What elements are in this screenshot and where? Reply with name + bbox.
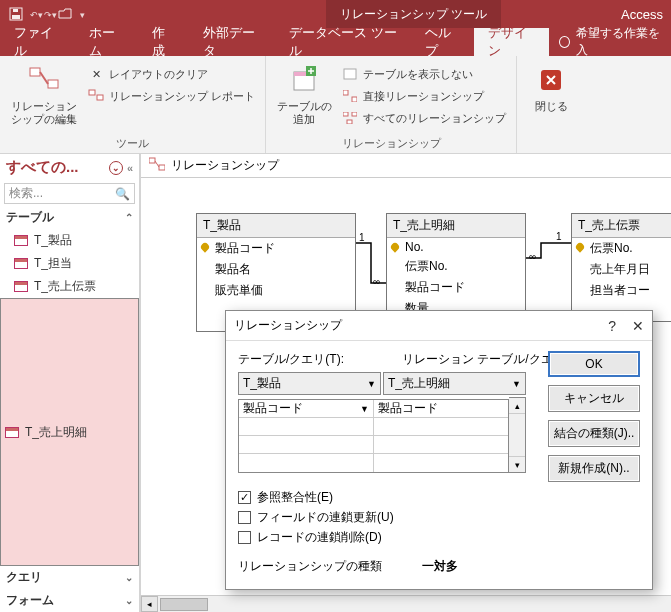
svg-rect-13 xyxy=(343,112,348,116)
right-field-cell[interactable]: 製品コード xyxy=(374,400,508,417)
redo-icon[interactable]: ↷▾ xyxy=(44,10,52,18)
empty-cell[interactable] xyxy=(374,454,508,472)
grid-scrollbar[interactable]: ▴ ▾ xyxy=(509,397,526,473)
dialog-titlebar[interactable]: リレーションシップ ? ✕ xyxy=(226,311,652,341)
scroll-left-icon[interactable]: ◂ xyxy=(141,596,158,612)
all-rel-button[interactable]: すべてのリレーションシップ xyxy=(342,108,506,128)
svg-text:∞: ∞ xyxy=(373,276,380,287)
svg-rect-12 xyxy=(352,97,357,102)
svg-rect-10 xyxy=(344,69,356,79)
join-type-button[interactable]: 結合の種類(J).. xyxy=(548,420,640,447)
tab-external[interactable]: 外部データ xyxy=(189,28,275,56)
bulb-icon xyxy=(559,36,570,48)
twisty-icon: ⌃ xyxy=(125,212,133,223)
chevron-down-icon: ▼ xyxy=(367,379,376,389)
hide-table-icon xyxy=(342,66,358,82)
search-input[interactable]: 検索... 🔍 xyxy=(4,183,135,204)
empty-cell[interactable] xyxy=(374,436,508,453)
nav-section-forms[interactable]: フォーム⌄ xyxy=(0,589,139,612)
horizontal-scrollbar[interactable]: ◂ xyxy=(141,595,671,612)
tab-help[interactable]: ヘルプ xyxy=(411,28,474,56)
nav-dropdown-icon[interactable]: ⌄ xyxy=(109,161,123,175)
save-icon[interactable] xyxy=(8,6,24,22)
group-rel-label: リレーションシップ xyxy=(276,134,506,151)
hide-table-button[interactable]: テーブルを表示しない xyxy=(342,64,506,84)
scroll-down-icon[interactable]: ▾ xyxy=(509,456,525,472)
left-table-value: T_製品 xyxy=(243,375,281,392)
empty-cell[interactable] xyxy=(239,454,374,472)
checkbox-icon xyxy=(238,511,251,524)
entity-sales-detail[interactable]: T_売上明細 No. 伝票No. 製品コード 数量 xyxy=(386,213,526,320)
entity-field[interactable]: 製品名 xyxy=(197,259,355,280)
edit-relationships-button[interactable]: リレーションシップの編集 xyxy=(10,60,78,134)
edit-rel-icon xyxy=(28,64,60,96)
right-table-select[interactable]: T_売上明細▼ xyxy=(383,372,526,395)
tab-create[interactable]: 作成 xyxy=(138,28,189,56)
entity-field[interactable]: 担当者コー xyxy=(572,280,671,301)
ok-button[interactable]: OK xyxy=(548,351,640,377)
entity-field[interactable]: 販売単価 xyxy=(197,280,355,301)
entity-field[interactable]: 製品コード xyxy=(197,238,355,259)
nav-item-detail[interactable]: T_売上明細 xyxy=(0,298,139,566)
checkbox-label: フィールドの連鎖更新(U) xyxy=(257,509,394,526)
twisty-icon: ⌄ xyxy=(125,595,133,606)
table-icon xyxy=(14,258,28,269)
empty-cell[interactable] xyxy=(239,418,374,435)
add-tables-button[interactable]: テーブルの追加 xyxy=(276,60,332,134)
tab-design[interactable]: デザイン xyxy=(474,28,549,56)
referential-integrity-checkbox[interactable]: ✓参照整合性(E) xyxy=(238,489,640,506)
nav-section-queries[interactable]: クエリ⌄ xyxy=(0,566,139,589)
empty-cell[interactable] xyxy=(239,436,374,453)
entity-title: T_製品 xyxy=(197,214,355,238)
direct-rel-button[interactable]: 直接リレーションシップ xyxy=(342,86,506,106)
entity-sales-voucher[interactable]: T_売上伝票 伝票No. 売上年月日 担当者コー xyxy=(571,213,671,322)
close-icon[interactable]: ✕ xyxy=(632,318,644,334)
group-tools-label: ツール xyxy=(10,134,255,151)
entity-field[interactable]: 伝票No. xyxy=(387,256,525,277)
scroll-thumb[interactable] xyxy=(160,598,208,611)
svg-rect-18 xyxy=(159,165,165,170)
help-icon[interactable]: ? xyxy=(608,318,616,334)
tell-me[interactable]: 希望する作業を入 xyxy=(549,28,671,56)
close-button[interactable]: 閉じる xyxy=(527,60,575,149)
nav-section-forms-label: フォーム xyxy=(6,592,54,609)
tab-dbtools[interactable]: データベース ツール xyxy=(275,28,411,56)
open-icon[interactable] xyxy=(58,6,74,22)
rel-report-button[interactable]: リレーションシップ レポート xyxy=(88,86,255,106)
entity-field[interactable]: 製品コード xyxy=(387,277,525,298)
document-tab[interactable]: リレーションシップ xyxy=(141,154,671,178)
cascade-delete-checkbox[interactable]: レコードの連鎖削除(D) xyxy=(238,529,640,546)
undo-icon[interactable]: ↶▾ xyxy=(30,10,38,18)
nav-item-voucher[interactable]: T_売上伝票 xyxy=(0,275,139,298)
nav-item-staff[interactable]: T_担当 xyxy=(0,252,139,275)
table-icon xyxy=(14,281,28,292)
scroll-up-icon[interactable]: ▴ xyxy=(509,398,525,414)
qat-more-icon[interactable]: ▾ xyxy=(80,10,88,18)
tab-file[interactable]: ファイル xyxy=(0,28,75,56)
entity-field[interactable]: 売上年月日 xyxy=(572,259,671,280)
checkbox-icon: ✓ xyxy=(238,491,251,504)
empty-cell[interactable] xyxy=(374,418,508,435)
tab-home[interactable]: ホーム xyxy=(75,28,138,56)
left-table-select[interactable]: T_製品▼ xyxy=(238,372,381,395)
clear-layout-label: レイアウトのクリア xyxy=(109,67,208,82)
table-query-label: テーブル/クエリ(T): xyxy=(238,351,344,368)
field-grid[interactable]: 製品コード▼ 製品コード xyxy=(238,399,509,473)
svg-rect-6 xyxy=(97,95,103,100)
nav-section-tables[interactable]: テーブル ⌃ xyxy=(0,206,139,229)
all-rel-icon xyxy=(342,110,358,126)
nav-section-queries-label: クエリ xyxy=(6,569,42,586)
cancel-button[interactable]: キャンセル xyxy=(548,385,640,412)
clear-layout-button[interactable]: ✕ レイアウトのクリア xyxy=(88,64,255,84)
nav-item-product[interactable]: T_製品 xyxy=(0,229,139,252)
create-new-button[interactable]: 新規作成(N).. xyxy=(548,455,640,482)
entity-field[interactable]: No. xyxy=(387,238,525,256)
nav-collapse-icon[interactable]: « xyxy=(127,162,133,174)
rel-report-label: リレーションシップ レポート xyxy=(109,89,255,104)
entity-field[interactable]: 伝票No. xyxy=(572,238,671,259)
left-field-cell[interactable]: 製品コード▼ xyxy=(239,400,374,417)
cascade-update-checkbox[interactable]: フィールドの連鎖更新(U) xyxy=(238,509,640,526)
clear-layout-icon: ✕ xyxy=(88,66,104,82)
nav-header[interactable]: すべての... ⌄ « xyxy=(0,154,139,181)
search-icon[interactable]: 🔍 xyxy=(115,187,130,201)
